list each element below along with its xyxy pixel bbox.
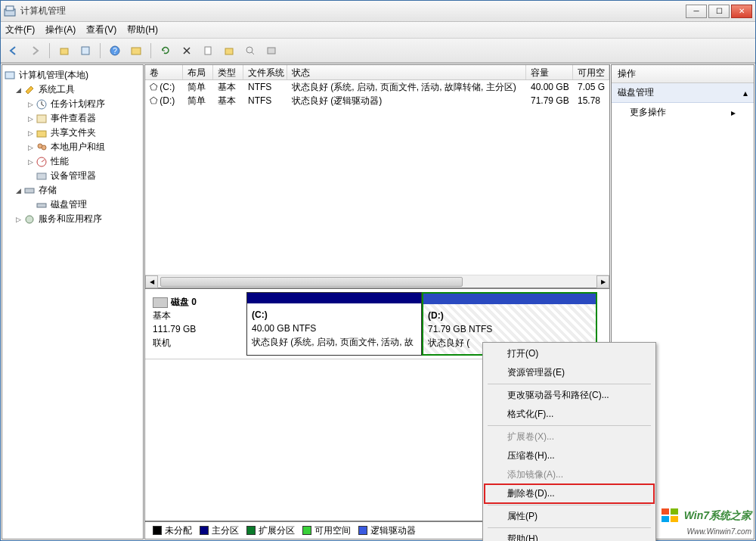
collapse-arrow-icon: ▴ — [743, 88, 748, 98]
tree-services[interactable]: ▷ 服务和应用程序 — [4, 212, 141, 226]
col-type[interactable]: 类型 — [213, 65, 243, 79]
tree-shared-folders[interactable]: ▷ 共享文件夹 — [4, 126, 141, 140]
toolbar-icon[interactable] — [263, 42, 280, 59]
svg-rect-2 — [60, 48, 68, 54]
svg-line-10 — [252, 52, 254, 54]
tree-root[interactable]: 计算机管理(本地) — [4, 68, 141, 82]
svg-rect-6 — [132, 48, 141, 54]
expand-icon[interactable]: ▷ — [26, 158, 34, 166]
toolbar-icon[interactable] — [221, 42, 237, 59]
menu-delete-volume[interactable]: 删除卷(D)... — [485, 484, 654, 503]
toolbar-icon[interactable] — [128, 42, 144, 59]
svg-point-22 — [26, 216, 33, 223]
svg-text:?: ? — [113, 47, 117, 55]
col-vol[interactable]: 卷 — [145, 65, 183, 79]
expand-icon[interactable]: ▷ — [26, 129, 34, 137]
actions-more[interactable]: 更多操作 ▸ — [612, 103, 754, 122]
tree-device-manager[interactable]: ▷ 设备管理器 — [4, 169, 141, 183]
svg-rect-25 — [662, 516, 669, 522]
legend-primary: 主分区 — [200, 524, 239, 537]
tree-local-users[interactable]: ▷ 本地用户和组 — [4, 140, 141, 154]
folder-icon — [36, 127, 48, 139]
back-button[interactable] — [5, 42, 22, 59]
titlebar: 计算机管理 ─ ☐ ✕ — [1, 1, 755, 22]
device-icon — [36, 170, 48, 182]
menu-action[interactable]: 操作(A) — [45, 23, 76, 36]
event-icon — [36, 113, 48, 125]
legend-unallocated: 未分配 — [153, 524, 192, 537]
tree-storage[interactable]: ◢ 存储 — [4, 183, 141, 197]
actions-header: 操作 — [612, 65, 754, 83]
menubar: 文件(F) 操作(A) 查看(V) 帮助(H) — [1, 22, 755, 39]
actions-section-diskmgmt[interactable]: 磁盘管理 ▴ — [612, 83, 754, 103]
windows-logo-icon — [660, 507, 681, 525]
svg-rect-12 — [5, 72, 14, 79]
col-layout[interactable]: 布局 — [183, 65, 213, 79]
collapse-icon[interactable]: ◢ — [14, 187, 22, 194]
minimize-button[interactable]: ─ — [686, 5, 707, 18]
tools-icon — [23, 84, 36, 96]
col-status[interactable]: 状态 — [287, 65, 526, 79]
svg-point-9 — [246, 47, 253, 53]
delete-icon[interactable] — [178, 42, 195, 59]
menu-open[interactable]: 打开(O) — [485, 344, 654, 363]
menu-help[interactable]: 帮助(H) — [485, 530, 654, 541]
svg-point-17 — [42, 145, 46, 150]
menu-change-drive-letter[interactable]: 更改驱动器号和路径(C)... — [485, 386, 654, 405]
svg-rect-1 — [6, 6, 14, 11]
menu-help[interactable]: 帮助(H) — [127, 23, 158, 36]
tree-event-viewer[interactable]: ▷ 事件查看器 — [4, 111, 141, 126]
properties-button[interactable] — [77, 42, 94, 59]
tree-task-scheduler[interactable]: ▷ 任务计划程序 — [4, 97, 141, 111]
menu-view[interactable]: 查看(V) — [86, 23, 116, 36]
col-capacity[interactable]: 容量 — [526, 65, 573, 79]
close-button[interactable]: ✕ — [731, 5, 752, 18]
svg-rect-8 — [225, 48, 233, 54]
expand-icon[interactable]: ▷ — [14, 216, 22, 223]
menu-properties[interactable]: 属性(P) — [485, 507, 654, 526]
svg-rect-7 — [205, 47, 211, 54]
disk-icon — [153, 297, 168, 308]
menu-separator — [488, 505, 651, 505]
scroll-thumb[interactable] — [160, 277, 463, 287]
expand-icon[interactable]: ▷ — [26, 115, 34, 123]
expand-icon[interactable]: ▷ — [26, 144, 34, 151]
volume-row[interactable]: ⬠ (C:) 简单 基本 NTFS 状态良好 (系统, 启动, 页面文件, 活动… — [145, 80, 609, 94]
legend-logical: 逻辑驱动器 — [358, 524, 416, 537]
drive-icon: ⬠ — [150, 95, 157, 106]
window-title: 计算机管理 — [20, 5, 686, 17]
col-free[interactable]: 可用空 — [573, 65, 609, 79]
partition-c[interactable]: (C:) 40.00 GB NTFS 状态良好 (系统, 启动, 页面文件, 活… — [246, 292, 422, 356]
svg-rect-19 — [37, 173, 46, 179]
forward-button[interactable] — [26, 42, 43, 59]
menu-explorer[interactable]: 资源管理器(E) — [485, 363, 654, 382]
tree-systools[interactable]: ◢ 系统工具 — [4, 82, 141, 97]
scroll-right-arrow[interactable]: ▶ — [596, 275, 609, 288]
toolbar-icon[interactable] — [242, 42, 259, 59]
menu-format[interactable]: 格式化(F)... — [485, 405, 654, 424]
menu-separator — [488, 527, 651, 528]
scroll-left-arrow[interactable]: ◀ — [145, 275, 158, 288]
app-icon — [4, 5, 16, 17]
refresh-icon[interactable] — [157, 42, 174, 59]
up-button[interactable] — [56, 42, 73, 59]
svg-rect-3 — [82, 47, 89, 54]
toolbar: ? — [1, 39, 755, 63]
toolbar-separator — [100, 43, 101, 58]
volume-row[interactable]: ⬠ (D:) 简单 基本 NTFS 状态良好 (逻辑驱动器) 71.79 GB … — [145, 94, 609, 107]
col-fs[interactable]: 文件系统 — [243, 65, 287, 79]
menu-separator — [488, 384, 651, 384]
menu-separator — [488, 425, 651, 426]
maximize-button[interactable]: ☐ — [708, 5, 730, 18]
expand-icon[interactable]: ▷ — [26, 101, 34, 108]
menu-file[interactable]: 文件(F) — [5, 23, 35, 36]
help-icon[interactable]: ? — [107, 42, 123, 59]
clock-icon — [36, 98, 48, 110]
menu-shrink-volume[interactable]: 压缩卷(H)... — [485, 446, 654, 465]
toolbar-icon[interactable] — [200, 42, 216, 59]
horizontal-scrollbar[interactable]: ◀ ▶ — [145, 275, 609, 288]
tree-performance[interactable]: ▷ 性能 — [4, 154, 141, 169]
tree-disk-management[interactable]: ▷ 磁盘管理 — [4, 197, 141, 212]
collapse-icon[interactable]: ◢ — [14, 86, 22, 94]
partition-header — [423, 294, 596, 304]
